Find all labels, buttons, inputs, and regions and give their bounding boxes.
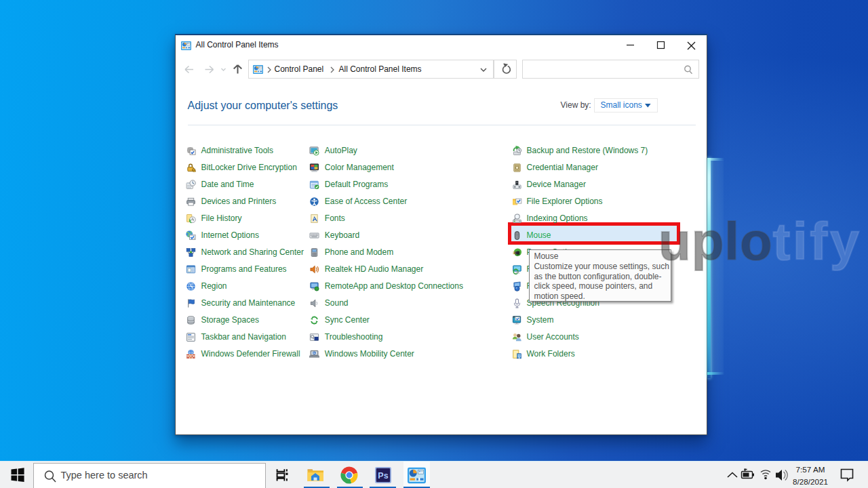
svg-text:Ps: Ps (378, 471, 388, 481)
